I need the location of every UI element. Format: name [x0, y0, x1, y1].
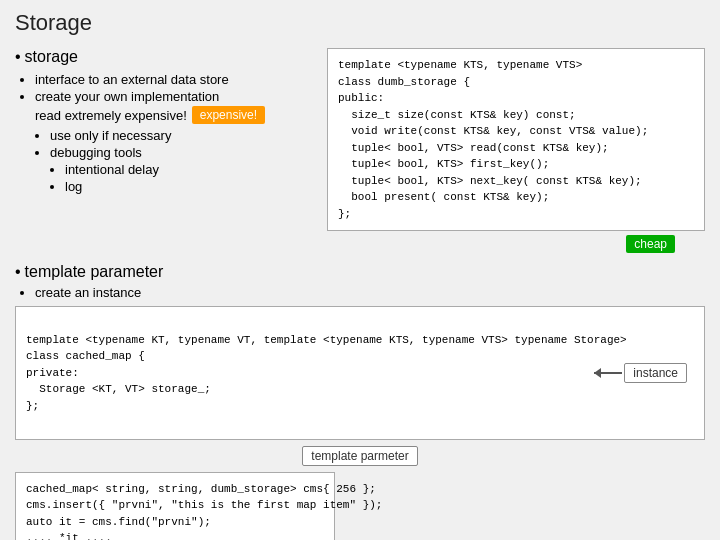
bullet-intentional-delay: intentional delay: [65, 162, 315, 177]
bullet-create: create your own implementation: [35, 89, 315, 104]
storage-bullet: storage: [25, 48, 78, 66]
bullet-debugging: debugging tools: [50, 145, 315, 160]
expensive-badge: expensive!: [192, 106, 265, 124]
page-title: Storage: [15, 10, 705, 36]
bullet-use-only: use only if necessary: [50, 128, 315, 143]
section1-left: • storage interface to an external data …: [15, 48, 315, 253]
section1-right: template <typename KTS, typename VTS> cl…: [327, 48, 705, 253]
cheap-badge: cheap: [626, 235, 675, 253]
bullet-create-instance: create an instance: [35, 285, 705, 300]
code-box-usage: cached_map< string, string, dumb_storage…: [15, 472, 335, 541]
bullet-expensive: read extremely expensive! expensive!: [35, 106, 315, 124]
template-parmeter-badge: template parmeter: [302, 446, 417, 466]
template-param-bullet: template parameter: [25, 263, 164, 281]
bullet-interface: interface to an external data store: [35, 72, 315, 87]
section2: • template parameter create an instance: [15, 263, 705, 300]
bullet-log: log: [65, 179, 315, 194]
code-box-dumb-storage: template <typename KTS, typename VTS> cl…: [327, 48, 705, 231]
template-parmeter-row: template parmeter: [15, 446, 705, 466]
instance-badge: instance: [624, 363, 687, 383]
